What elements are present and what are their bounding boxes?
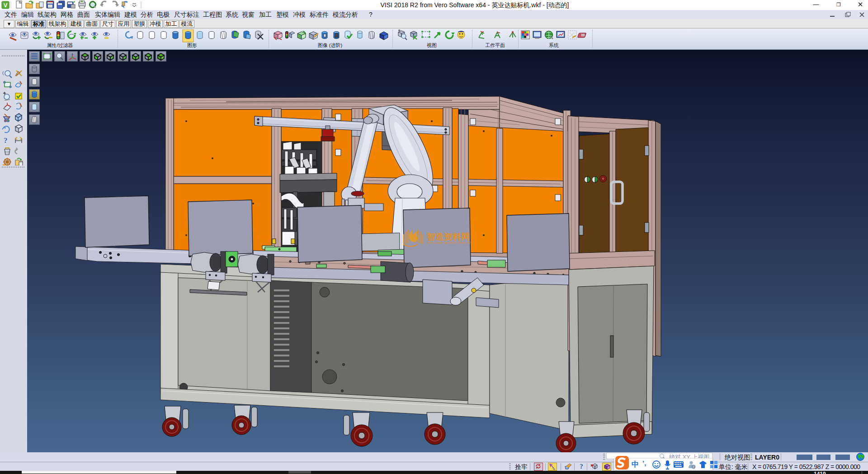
svg-text:7: 7 xyxy=(693,465,694,469)
svg-text:V: V xyxy=(4,2,8,9)
svg-text:INTELLIGENT MANUFACTURING DATA: INTELLIGENT MANUFACTURING DATA xyxy=(428,242,473,244)
svg-text:智造资料网: 智造资料网 xyxy=(426,232,470,242)
svg-text:?: ? xyxy=(4,136,8,145)
